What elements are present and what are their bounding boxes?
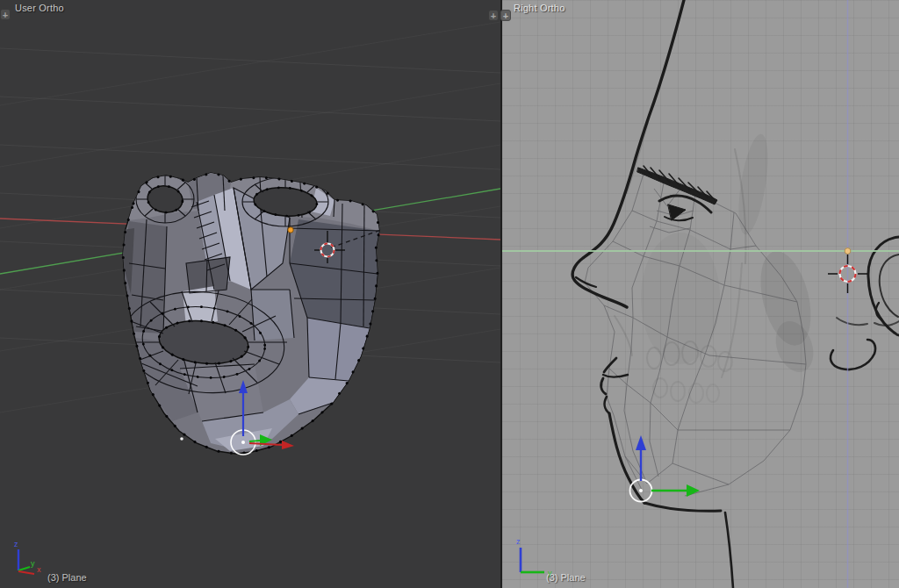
- right-viewport-canvas[interactable]: z y: [502, 0, 899, 588]
- axis-label-z: z: [516, 537, 521, 546]
- object-origin-icon[interactable]: [845, 248, 851, 255]
- mini-axis-gizmo: z y x: [14, 540, 41, 574]
- mini-axis-gizmo: z y: [516, 537, 552, 577]
- region-expand-icon[interactable]: +: [500, 10, 511, 21]
- region-expand-icon[interactable]: +: [488, 10, 499, 21]
- gizmo-y-arrow[interactable]: [651, 484, 700, 497]
- active-vertex-white[interactable]: [180, 437, 183, 441]
- blender-split-3d-view: z y x User Ortho + (3) Plane: [0, 0, 899, 588]
- left-viewport-canvas[interactable]: z y x: [0, 0, 500, 588]
- axis-label-y: y: [548, 569, 552, 577]
- viewport-right-ortho[interactable]: z y Right Ortho (3) Plane: [502, 0, 899, 588]
- translate-gizmo[interactable]: [630, 435, 701, 502]
- axis-label-x: x: [37, 565, 41, 574]
- axis-label-z: z: [14, 540, 18, 549]
- axis-label-y: y: [31, 559, 35, 568]
- region-expand-icon[interactable]: +: [0, 9, 11, 20]
- gizmo-z-arrow[interactable]: [636, 435, 646, 481]
- face-mesh[interactable]: [119, 172, 381, 454]
- selected-vertex-icon[interactable]: [288, 227, 293, 233]
- reference-shading: [641, 133, 820, 378]
- reference-face-sketch: [572, 0, 899, 588]
- viewport-user-ortho[interactable]: z y x User Ortho + (3) Plane: [0, 0, 500, 588]
